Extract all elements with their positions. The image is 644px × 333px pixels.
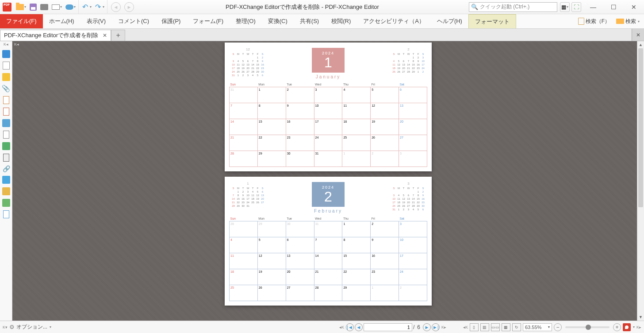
tab-format[interactable]: フォーマット bbox=[468, 14, 516, 28]
pdf-page-1[interactable]: 12 SMTWTFS123456789101112131415161718192… bbox=[225, 43, 432, 171]
save-button[interactable] bbox=[28, 0, 38, 14]
page-navigation: |◄ ◄ / 6 ► ►| bbox=[346, 323, 440, 331]
find-button[interactable]: 検索（F） bbox=[576, 18, 612, 25]
tab-organize[interactable]: 整理(O) bbox=[230, 14, 262, 28]
titlebar: ▾ ▾ ▾ ↶▾ ↷▾ ◄ ► PDF-XChange Editorで作成者を削… bbox=[0, 0, 644, 14]
statusbar-handle-right[interactable]: K▸ bbox=[636, 325, 641, 329]
document-tab-title: PDF-XChange Editorで作成者を削除 bbox=[4, 31, 98, 39]
nav-forward-button[interactable]: ► bbox=[123, 0, 136, 14]
save-icon bbox=[30, 4, 37, 11]
cloud-button[interactable]: ▾ bbox=[64, 0, 79, 14]
layout-facing-button[interactable]: ▭▭ bbox=[491, 323, 500, 331]
zoom-in-button[interactable]: + bbox=[613, 323, 621, 331]
printer-icon bbox=[40, 4, 48, 10]
content-pane-button[interactable] bbox=[3, 131, 9, 139]
open-button[interactable]: ▾ bbox=[14, 0, 28, 14]
ribbon: ファイル(F) ホーム(H) 表示(V) コメント(C) 保護(P) フォーム(… bbox=[0, 14, 644, 29]
folder-search-icon bbox=[616, 19, 624, 24]
tab-file[interactable]: ファイル(F) bbox=[0, 14, 43, 28]
vertical-scrollbar[interactable]: ▲ ▼ bbox=[637, 41, 644, 321]
options-button[interactable]: ⚙ オプション... ▾ bbox=[9, 323, 51, 331]
tab-accessibility[interactable]: アクセシビリティ（A） bbox=[357, 14, 431, 28]
zoom-input[interactable]: 63.55%▾ bbox=[523, 323, 552, 331]
quick-launch-input[interactable]: 🔍クイック起動 (Ctrl+.) bbox=[469, 2, 557, 12]
first-page-button[interactable]: |◄ bbox=[346, 323, 354, 331]
pagenav-handle-r[interactable]: K▸ bbox=[441, 325, 446, 329]
pagenav-handle[interactable]: ◂K bbox=[339, 325, 344, 329]
thumbnails-pane-button[interactable] bbox=[3, 62, 10, 70]
redo-button[interactable]: ↷▾ bbox=[93, 0, 107, 14]
scroll-thumb[interactable] bbox=[638, 48, 643, 207]
mini-cal-prev: 1 SMTWTFS1234567891011121314151617181920… bbox=[231, 182, 265, 213]
tab-convert[interactable]: 変換(C) bbox=[262, 14, 294, 28]
tab-view[interactable]: 表示(V) bbox=[80, 14, 112, 28]
layers-pane-button[interactable] bbox=[2, 119, 10, 127]
search-button[interactable]: 検索▾ bbox=[614, 18, 641, 25]
page-number-input[interactable] bbox=[364, 323, 412, 331]
statusbar: K▾ ⚙ オプション... ▾ ◂K |◄ ◄ / 6 ► ►| K▸ ◂K ▯… bbox=[0, 321, 644, 333]
tab-share[interactable]: 共有(S) bbox=[294, 14, 325, 28]
tags-pane-button[interactable] bbox=[2, 176, 10, 184]
maximize-button[interactable]: ☐ bbox=[603, 0, 624, 14]
new-tab-button[interactable]: + bbox=[111, 30, 125, 41]
pdf-page-2[interactable]: 1 SMTWTFS1234567891011121314151617181920… bbox=[225, 177, 432, 306]
tab-form[interactable]: フォーム(F) bbox=[187, 14, 230, 28]
layout-continuous-button[interactable]: ▥ bbox=[480, 323, 489, 331]
tab-review[interactable]: 校閲(R) bbox=[325, 14, 357, 28]
statusbar-handle-left[interactable]: K▾ bbox=[3, 325, 8, 329]
nav-back-button[interactable]: ◄ bbox=[109, 0, 123, 14]
zoom-out-button[interactable]: − bbox=[554, 323, 562, 331]
zoom-slider[interactable] bbox=[565, 326, 610, 328]
print-button[interactable] bbox=[38, 0, 50, 14]
ui-options-button[interactable]: ▦▾ bbox=[560, 2, 570, 12]
mini-cal-prev: 12 SMTWTFS123456789101112131415161718192… bbox=[231, 48, 265, 79]
links-pane-button[interactable]: 🔗 bbox=[3, 165, 10, 172]
find-icon bbox=[578, 18, 584, 25]
signatures-pane-button[interactable] bbox=[3, 210, 9, 218]
tab-comment[interactable]: コメント(C) bbox=[112, 14, 155, 28]
scroll-down-button[interactable]: ▼ bbox=[637, 314, 644, 321]
email-button[interactable]: ▾ bbox=[50, 0, 64, 14]
fields-pane-button[interactable] bbox=[3, 96, 9, 104]
tab-help[interactable]: ヘルプ(H) bbox=[431, 14, 468, 28]
3d-pane-button[interactable] bbox=[3, 154, 9, 162]
sidebar-collapse-handle[interactable]: K◂ bbox=[4, 42, 8, 46]
search-icon: 🔍 bbox=[471, 4, 478, 10]
accessibility-pane-button[interactable] bbox=[2, 199, 10, 207]
minimize-button[interactable]: — bbox=[583, 0, 603, 14]
mini-cal-next: 2 SMTWTFS1234567891011121314151617181920… bbox=[391, 48, 426, 79]
comments-pane-button[interactable] bbox=[2, 73, 10, 81]
layout-single-button[interactable]: ▯ bbox=[470, 323, 479, 331]
main-area: K◂ 📎 🔗 K◂ ▸K ▲ ▼ 12 bbox=[0, 41, 644, 321]
bookmarks-pane-button[interactable] bbox=[2, 50, 10, 58]
undo-icon: ↶ bbox=[82, 4, 89, 11]
tab-home[interactable]: ホーム(H) bbox=[43, 14, 80, 28]
scroll-track[interactable] bbox=[637, 48, 644, 314]
close-button[interactable]: ✕ bbox=[624, 0, 644, 14]
maximize-icon: ☐ bbox=[611, 4, 617, 11]
zoom-slider-knob[interactable] bbox=[586, 325, 591, 330]
tab-protect[interactable]: 保護(P) bbox=[155, 14, 187, 28]
document-tab[interactable]: PDF-XChange Editorで作成者を削除 ✕ bbox=[0, 30, 111, 41]
next-page-button[interactable]: ► bbox=[423, 323, 431, 331]
undo-button[interactable]: ↶▾ bbox=[80, 0, 93, 14]
document-viewer[interactable]: K◂ ▸K ▲ ▼ 12 SMTWTFS12345678910111213141… bbox=[12, 41, 644, 321]
gear-icon: ⚙ bbox=[9, 324, 15, 330]
attachments-pane-button[interactable]: 📎 bbox=[2, 85, 10, 93]
layout-handle[interactable]: ◂K bbox=[463, 325, 468, 329]
rotate-button[interactable]: ↻ bbox=[512, 323, 521, 331]
chevron-down-icon: ▾ bbox=[24, 5, 26, 9]
prev-page-button[interactable]: ◄ bbox=[355, 323, 363, 331]
layout-facing-cont-button[interactable]: ▦ bbox=[502, 323, 510, 331]
last-page-button[interactable]: ►| bbox=[432, 323, 440, 331]
pdf-badge-icon[interactable] bbox=[623, 323, 631, 331]
tab-close-button[interactable]: ✕ bbox=[103, 32, 107, 39]
scroll-up-button[interactable]: ▲ bbox=[637, 41, 644, 48]
quick-launch-placeholder: クイック起動 (Ctrl+.) bbox=[480, 3, 529, 11]
destinations-pane-button[interactable] bbox=[2, 142, 10, 150]
fullscreen-button[interactable]: ⛶ bbox=[571, 2, 581, 12]
close-all-tabs-button[interactable]: ✕ bbox=[632, 29, 644, 41]
javascript-pane-button[interactable] bbox=[3, 108, 9, 116]
order-pane-button[interactable] bbox=[2, 187, 10, 195]
left-pane-handle[interactable]: K◂ bbox=[14, 42, 19, 46]
